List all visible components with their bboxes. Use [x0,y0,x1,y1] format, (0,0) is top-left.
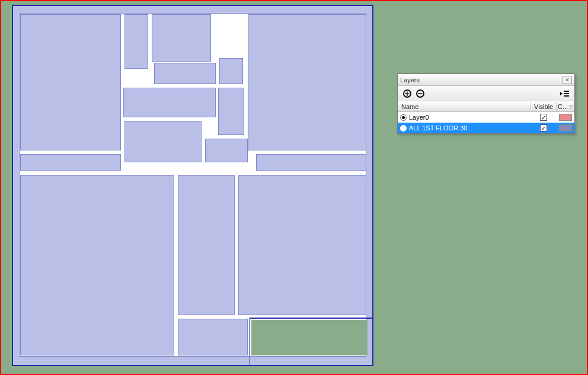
plus-icon: + [403,89,411,98]
layer-row[interactable]: ALL 1ST FLOOR 30 ✓ [398,123,574,133]
layer-name-label: ALL 1ST FLOOR 30 [409,124,467,132]
viewport: Layers ✕ + − Name [0,0,588,375]
minus-icon: − [416,89,424,98]
layer-row[interactable]: Layer0 ✓ [398,112,574,123]
flyout-menu-button[interactable] [559,88,571,100]
remove-layer-button[interactable]: − [414,88,426,100]
visible-checkbox[interactable]: ✓ [540,114,547,121]
layers-header-row: Name Visible C... ▽ [398,101,574,112]
sort-indicator-icon: ▽ [569,104,573,110]
svg-marker-3 [560,92,563,95]
flyout-icon [560,89,570,98]
color-swatch[interactable] [559,114,572,121]
header-name[interactable]: Name [398,102,531,111]
floor-plan-model[interactable] [12,5,375,367]
layers-toolbar: + − [398,86,574,101]
layers-list: Layer0 ✓ ALL 1ST FLOOR 30 ✓ [398,112,574,133]
visible-checkbox[interactable]: ✓ [540,124,547,132]
layers-panel: Layers ✕ + − Name [397,73,575,134]
header-color[interactable]: C... ▽ [557,102,574,111]
header-visible[interactable]: Visible [531,102,557,111]
layer-name-label: Layer0 [409,114,429,121]
active-layer-radio[interactable] [400,125,407,132]
layers-panel-titlebar[interactable]: Layers ✕ [398,74,574,86]
layers-panel-title: Layers [400,76,563,84]
color-swatch[interactable] [559,124,572,132]
svg-rect-2 [564,95,569,97]
add-layer-button[interactable]: + [401,88,413,100]
close-icon[interactable]: ✕ [563,76,572,84]
svg-rect-1 [564,93,569,94]
active-layer-radio[interactable] [400,114,407,121]
svg-rect-0 [564,91,569,92]
